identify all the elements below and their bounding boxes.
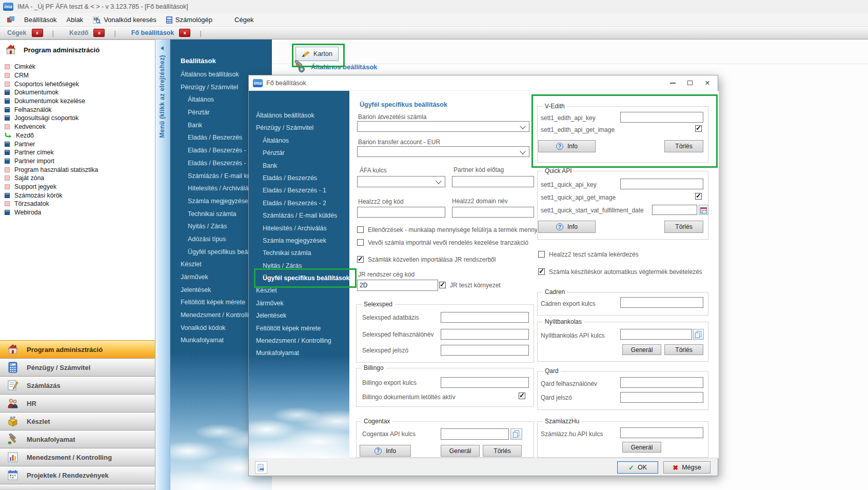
cogentax-info-button[interactable]: ?Info bbox=[360, 445, 411, 457]
dialog-menu-item-menedzsment-kontrolling[interactable]: Menedzsment / Kontrolling bbox=[249, 335, 349, 347]
selexsped-pass-input[interactable] bbox=[441, 345, 529, 356]
dialog-menu-item-keszlet[interactable]: Készlet bbox=[249, 284, 349, 297]
tab-close-icon[interactable]: x bbox=[179, 29, 190, 37]
quick-api-key-input[interactable] bbox=[620, 179, 703, 189]
cogentax-api-input[interactable] bbox=[441, 428, 509, 440]
nav-menedzsment-kontrolling[interactable]: Menedzsment / Kontrolling bbox=[0, 448, 155, 466]
ellenorzesek-checkbox[interactable]: Ellenőrzések - munkalap mennyisége felül… bbox=[357, 226, 538, 233]
dialog-menu-item-eladas-beszerzes[interactable]: Eladás / Beszerzés bbox=[249, 172, 349, 184]
dialog-menu-item-szamlazas-email[interactable]: Számlázás / E-mail küldés bbox=[249, 209, 349, 222]
sidebar-item-support-jegyek[interactable]: Support jegyek bbox=[0, 183, 155, 191]
tab-close-icon[interactable]: x bbox=[93, 29, 105, 37]
menu-item-vonalkod-kereses[interactable]: Vonalkód keresés bbox=[90, 15, 160, 25]
ok-button[interactable]: ✓OK bbox=[617, 461, 658, 474]
tab-close-icon[interactable]: x bbox=[32, 29, 43, 37]
calendar-picker-button[interactable] bbox=[699, 205, 708, 215]
szamlak-jr-checkbox[interactable]: Számlák közvetlen importálása JR rendsze… bbox=[357, 256, 496, 263]
healzz2-teszt-checkbox[interactable]: Healzz2 teszt számla lekérdezés bbox=[538, 251, 639, 258]
dialog-menu-item-ugyfel-specifikus[interactable]: Ügyfél specifikus beállítások bbox=[249, 272, 349, 284]
nav-szamlazas[interactable]: Számlázás bbox=[0, 376, 155, 394]
quick-api-info-button[interactable]: ?Info bbox=[538, 221, 596, 233]
dialog-menu-item-altalanos-beallitasok[interactable]: Általános beállítások bbox=[249, 109, 349, 122]
jr-code-input[interactable] bbox=[357, 280, 438, 291]
dialog-title-bar[interactable]: ima Fő beállítások × bbox=[249, 75, 718, 91]
dialog-menu-item-hitelesites-archivalas[interactable]: Hitelesítés / Archiválás bbox=[249, 222, 349, 234]
sidebar-item-csoportos-lehetosegek[interactable]: Csoportos lehetőségek bbox=[0, 80, 155, 88]
billingo-export-input[interactable] bbox=[441, 377, 529, 388]
sidebar-item-torzsadatok[interactable]: Törzsadatok bbox=[0, 200, 155, 208]
dialog-menu-item-penztar[interactable]: Pénztár bbox=[249, 147, 349, 159]
sidebar-item-felhasznalok[interactable]: Felhasználók bbox=[0, 105, 155, 114]
menu-item-cegek[interactable]: Cégek bbox=[231, 15, 257, 25]
sidebar-item-szamozasi-korok[interactable]: Számozási körök bbox=[0, 191, 155, 200]
jr-teszt-checkbox[interactable]: JR teszt környezet bbox=[439, 282, 501, 289]
auto-vegtermek-checkbox[interactable]: Számla készítéskor automatikus végtermék… bbox=[538, 268, 702, 276]
sidebar-item-partner-import[interactable]: Partner import bbox=[0, 157, 155, 166]
edith-api-key-input[interactable] bbox=[620, 112, 703, 123]
dialog-menu-item-munkafolyamat[interactable]: Munkafolyamat bbox=[249, 347, 349, 359]
dialog-menu-item-eladas-beszerzes-2[interactable]: Eladás / Beszerzés - 2 bbox=[249, 197, 349, 209]
dialog-menu-item-jarmuvek[interactable]: Járművek bbox=[249, 297, 349, 309]
szamlazzhu-general-button[interactable]: Generál bbox=[622, 442, 661, 453]
dialog-menu-item-szamla-megjegyzesek[interactable]: Számla megjegyzések bbox=[249, 234, 349, 247]
minimize-button[interactable] bbox=[664, 75, 681, 90]
dialog-menu-item-altalanos[interactable]: Általános bbox=[249, 134, 349, 147]
cancel-button[interactable]: ✖Mégse bbox=[663, 461, 711, 474]
tab-cegek[interactable]: Cégek bbox=[7, 29, 27, 36]
nav-penzugy-szamvitel[interactable]: Pénzügy / Számvitel bbox=[0, 358, 155, 376]
vedith-info-button[interactable]: ?Info bbox=[538, 140, 596, 152]
qard-user-input[interactable] bbox=[620, 377, 703, 388]
sidebar-item-dokumentumok[interactable]: Dokumentumok bbox=[0, 88, 155, 97]
export-button[interactable] bbox=[255, 461, 267, 474]
healzz2-company-input[interactable] bbox=[357, 207, 445, 218]
tab-kezdo[interactable]: Kezdő bbox=[69, 29, 89, 36]
sidebar-item-partner[interactable]: Partner bbox=[0, 140, 155, 148]
menu-item-beallitasok[interactable]: Beállítások bbox=[21, 15, 60, 25]
dialog-menu-item-eladas-beszerzes-1[interactable]: Eladás / Beszerzés - 1 bbox=[249, 184, 349, 197]
cogentax-general-button[interactable]: Generál bbox=[441, 445, 480, 457]
sidebar-item-program-hasznalati-statisztika[interactable]: Program használati statisztika bbox=[0, 165, 155, 174]
healzz2-domain-input[interactable] bbox=[452, 207, 534, 218]
vevoi-import-checkbox[interactable]: Vevői számla importnál vevői rendelés ke… bbox=[357, 239, 528, 246]
nyiltbankolas-api-input[interactable] bbox=[620, 329, 692, 340]
quick-api-delete-button[interactable]: Törlés bbox=[664, 221, 703, 233]
billingo-aktiv-checkbox[interactable] bbox=[519, 393, 525, 399]
szamlazzhu-api-input[interactable] bbox=[620, 427, 703, 438]
partner-prefix-input[interactable] bbox=[452, 176, 534, 187]
nav-projektek-rendezvenyek[interactable]: Projektek / Rendezvények bbox=[0, 466, 155, 484]
sidebar-item-kedvencek[interactable]: Kedvencek bbox=[0, 123, 155, 131]
menu-item-ablak[interactable]: Ablak bbox=[64, 15, 87, 25]
sidebar-item-sajat-zona[interactable]: Saját zóna bbox=[0, 174, 155, 183]
dialog-menu-item-bank[interactable]: Bank bbox=[249, 160, 349, 172]
sidebar-item-cimkek[interactable]: Cimkék bbox=[0, 63, 155, 71]
nav-program-adminisztracio[interactable]: Program adminisztráció bbox=[0, 340, 155, 358]
qard-pass-input[interactable] bbox=[620, 392, 703, 403]
menu-collapse-strip[interactable]: Menü (klikk az elrejtéshez) bbox=[155, 40, 170, 490]
app-menu-icon[interactable] bbox=[4, 15, 17, 24]
maximize-button[interactable] bbox=[682, 75, 698, 90]
cogentax-delete-button[interactable]: Törlés bbox=[483, 445, 522, 457]
afa-kulcs-select[interactable] bbox=[357, 176, 445, 187]
sidebar-item-crm[interactable]: CRM bbox=[0, 71, 155, 80]
dialog-menu-item-jelentesek[interactable]: Jelentések bbox=[249, 309, 349, 322]
copy-button[interactable] bbox=[510, 428, 522, 440]
dialog-menu-item-penzugy-szamvitel[interactable]: Pénzügy / Számvitel bbox=[249, 122, 349, 134]
sidebar-item-webiroda[interactable]: Webiroda bbox=[0, 208, 155, 217]
selexsped-user-input[interactable] bbox=[441, 329, 529, 340]
nyiltbankolas-delete-button[interactable]: Törlés bbox=[664, 344, 703, 355]
barion-huf-select[interactable] bbox=[357, 121, 529, 132]
menu-item-szamologep[interactable]: Számológép bbox=[163, 15, 215, 25]
tab-fo-beallitasok[interactable]: Fő beállítások bbox=[131, 29, 174, 36]
nav-munkafolyamat[interactable]: Munkafolyamat bbox=[0, 430, 155, 448]
sidebar-item-kezdo[interactable]: Kezdő bbox=[0, 131, 155, 140]
nyiltbankolas-general-button[interactable]: Generál bbox=[622, 344, 661, 355]
sidebar-item-jogosultsagi-csoportok[interactable]: Jogosultsági csoportok bbox=[0, 114, 155, 123]
copy-button[interactable] bbox=[693, 329, 704, 340]
dialog-menu-item-technikai-szamla[interactable]: Technikai számla bbox=[249, 247, 349, 259]
dialog-menu-item-nyitas-zaras[interactable]: Nyitás / Zárás bbox=[249, 260, 349, 272]
nav-keszlet[interactable]: Készlet bbox=[0, 412, 155, 430]
nav-hr[interactable]: HR bbox=[0, 394, 155, 412]
dialog-menu-item-feltoltott-kepek[interactable]: Feltöltött képek mérete bbox=[249, 322, 349, 335]
cadren-export-input[interactable] bbox=[620, 297, 703, 308]
selexsped-db-input[interactable] bbox=[441, 312, 529, 323]
